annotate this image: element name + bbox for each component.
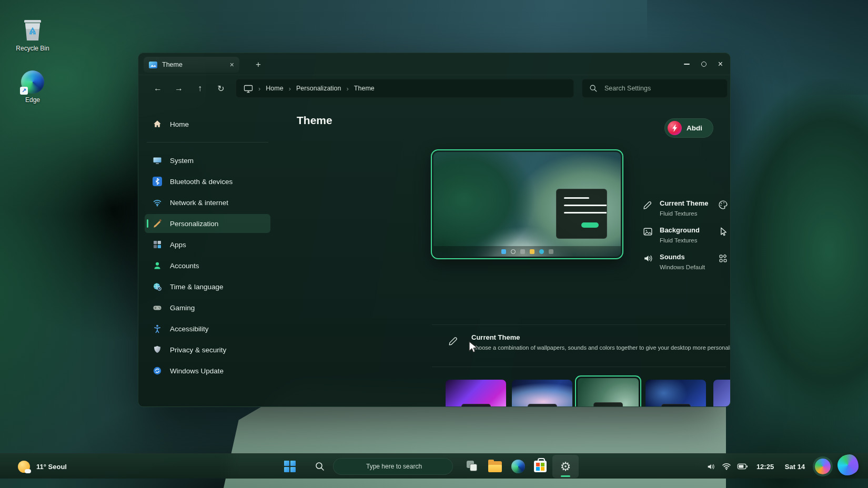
edge-button[interactable] [511,459,526,474]
start-button[interactable] [284,461,296,472]
settings-button-active[interactable]: ⚙ [552,455,579,478]
breadcrumb-theme[interactable]: Theme [354,85,375,92]
sidebar-item-system[interactable]: System [145,151,270,170]
chevron-right-icon: › [347,85,349,93]
theme-tab-icon [149,62,157,68]
settings-search-input[interactable]: Search Settings [582,79,728,98]
breadcrumb[interactable]: › Home › Personalization › Theme [236,79,574,98]
store-icon [534,461,547,472]
main-content: Theme Abdi [277,104,730,406]
sidebar-item-label: Apps [170,241,186,249]
theme-details-grid: Current Theme Fluid Textures Color Green [642,198,731,282]
settings-window: Theme × + × ← → ↑ ↻ [138,53,731,407]
copilot-corner-icon[interactable] [837,454,859,475]
battery-icon[interactable] [734,463,751,470]
theme-thumbnail-1[interactable] [446,380,506,407]
volume-icon[interactable] [703,463,719,471]
refresh-button[interactable]: ↻ [213,80,229,96]
sidebar-item-label: Network & internet [170,199,228,207]
search-placeholder: Search Settings [604,85,651,92]
store-button[interactable] [533,459,548,474]
tab-close-icon[interactable]: × [230,61,234,68]
taskbar-search-placeholder: Type here to search [366,463,422,470]
recycle-bin-icon [21,16,45,42]
tab-theme[interactable]: Theme × [144,57,239,73]
maximize-button[interactable] [701,62,706,67]
tab-title: Theme [162,61,225,68]
sidebar-item-label: Privacy & security [170,346,226,354]
clock[interactable]: 12:25 [751,463,780,471]
sidebar-item-windows-update[interactable]: Windows Update [145,361,270,380]
user-avatar [668,121,682,135]
back-button[interactable]: ← [150,80,166,96]
sidebar-item-accessibility[interactable]: Accessibility [145,319,270,338]
folder-icon [488,461,502,472]
detail-value: Windows Default [660,264,705,270]
sidebar-separator [147,142,268,143]
task-view-button[interactable] [465,459,480,474]
sidebar-item-apps[interactable]: Apps [145,235,270,254]
detail-icons: Icons Windows Default [718,252,731,279]
sidebar-item-network-internet[interactable]: Network & internet [145,193,270,212]
sidebar-item-label: Gaming [170,304,195,312]
sidebar-item-personalization[interactable]: Personalization [145,214,270,233]
apps-icon [152,240,162,250]
breadcrumb-home[interactable]: Home [266,85,283,92]
gaming-icon [152,303,162,313]
current-theme-section-title: Current Theme [471,333,520,341]
detail-color: Color Green [718,198,731,225]
theme-thumbnail-5[interactable] [713,380,731,407]
breadcrumb-personalization[interactable]: Personalization [296,85,341,92]
taskbar-search-input[interactable]: Type here to search [333,458,453,475]
theme-thumbnail-3-selected[interactable] [575,375,641,407]
taskbar-search-icon[interactable] [315,461,325,472]
date[interactable]: Sat 14 [780,463,810,471]
desktop-icon-recycle-bin[interactable]: Recycle Bin [8,16,57,52]
detail-label: Sounds [660,253,685,261]
wifi-icon[interactable] [719,463,734,470]
bluetooth-icon [152,177,162,187]
sidebar-item-time-language[interactable]: Time & language [145,277,270,296]
detail-background: Background Fluid Textures [642,225,718,252]
edge-icon [511,460,525,473]
theme-thumbnail-4[interactable] [645,380,706,407]
sidebar-item-privacy-security[interactable]: Privacy & security [145,340,270,359]
active-app-indicator [561,475,570,477]
theme-preview-wallpaper [433,152,621,257]
forward-button[interactable]: → [171,80,187,96]
new-tab-button[interactable]: + [251,58,265,72]
sidebar-item-bluetooth-devices[interactable]: Bluetooth & devices [145,172,270,191]
desktop-icon-edge[interactable]: ↗ Edge [8,70,57,104]
time-language-icon [152,282,162,292]
minimize-button[interactable] [684,64,690,65]
detail-value: Fluid Textures [660,237,697,243]
window-controls: × [684,53,723,75]
sidebar-item-accounts[interactable]: Accounts [145,256,270,275]
up-button[interactable]: ↑ [192,80,208,96]
page-title: Theme [297,114,332,127]
detail-value: Fluid Textures [660,210,697,217]
desktop-icon-label: Recycle Bin [16,45,49,52]
icons-grid-icon [718,253,729,264]
sidebar-item-gaming[interactable]: Gaming [145,298,270,317]
current-theme-section-description: Choose a combination of wallpapers, soun… [471,344,731,352]
desktop-icon-label: Edge [25,96,40,104]
chevron-right-icon: › [289,85,291,93]
user-badge[interactable]: Abdi [664,118,713,138]
file-explorer-button[interactable] [488,459,502,474]
theme-thumbnail-2[interactable] [512,380,572,407]
detail-sounds: Sounds Windows Default [642,252,718,279]
theme-preview-card[interactable] [431,149,623,259]
accessibility-icon [152,324,162,334]
weather-widget[interactable]: 11° Seoul [18,454,67,479]
close-button[interactable]: × [718,60,723,68]
preview-mini-window [556,189,607,239]
shortcut-arrow-icon: ↗ [20,87,28,95]
windows-update-icon [152,366,162,376]
section-divider [432,324,726,325]
edge-icon: ↗ [21,70,44,94]
sidebar-item-home[interactable]: Home [145,115,270,134]
sidebar-item-label: System [170,157,194,165]
copilot-icon[interactable] [810,459,835,474]
sidebar-item-label: Home [170,120,189,128]
